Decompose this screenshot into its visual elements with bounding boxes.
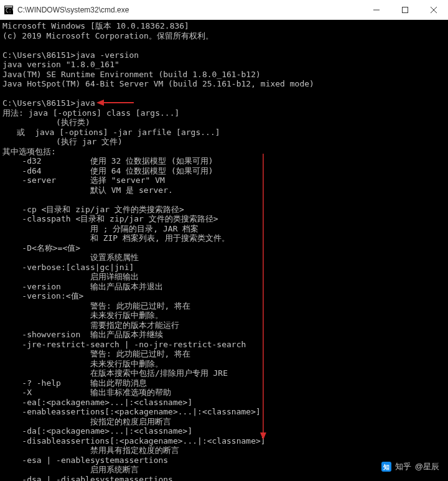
svg-text:知: 知 [383,464,390,470]
watermark: 知 知乎 @星辰 [381,461,439,472]
svg-rect-1 [5,6,12,7]
zhihu-icon: 知 [381,462,391,472]
svg-rect-4 [403,7,408,12]
minimize-button[interactable] [362,0,391,20]
svg-text:C:\: C:\ [6,8,13,14]
terminal-text: Microsoft Windows [版本 10.0.18362.836] (c… [2,21,446,481]
terminal-output[interactable]: Microsoft Windows [版本 10.0.18362.836] (c… [0,20,448,481]
watermark-handle: @星辰 [415,461,439,472]
window-titlebar: C:\ C:\WINDOWS\system32\cmd.exe [0,0,448,20]
maximize-button[interactable] [391,0,419,20]
cmd-icon: C:\ [4,5,14,15]
watermark-brand: 知乎 [395,461,411,472]
window-controls [362,0,448,20]
close-button[interactable] [419,0,448,20]
window-title: C:\WINDOWS\system32\cmd.exe [17,6,362,14]
